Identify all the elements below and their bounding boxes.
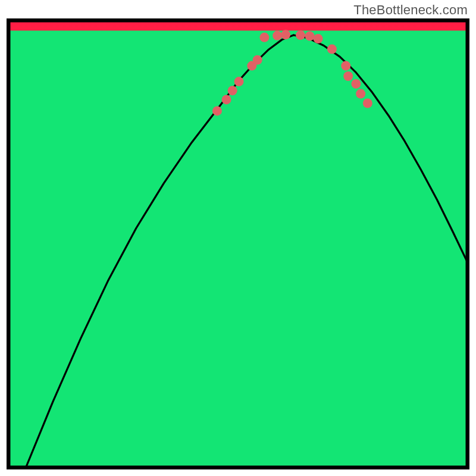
- data-marker: [253, 55, 262, 65]
- data-marker: [273, 31, 282, 40]
- data-marker: [351, 79, 361, 89]
- data-marker: [356, 89, 365, 99]
- data-marker: [305, 32, 315, 41]
- chart-container: [7, 18, 469, 469]
- data-marker: [234, 77, 244, 86]
- data-marker: [228, 86, 237, 95]
- data-marker: [222, 95, 231, 104]
- data-marker: [296, 30, 305, 40]
- optimal-band: [7, 30, 469, 469]
- data-marker: [259, 33, 269, 42]
- data-marker: [341, 61, 350, 71]
- data-marker: [343, 71, 353, 81]
- data-marker: [327, 45, 337, 54]
- data-marker: [314, 34, 323, 43]
- data-marker: [281, 30, 290, 39]
- data-marker: [212, 106, 222, 115]
- watermark-text: TheBottleneck.com: [353, 2, 468, 18]
- bottleneck-chart: [7, 18, 469, 469]
- data-marker: [363, 99, 372, 108]
